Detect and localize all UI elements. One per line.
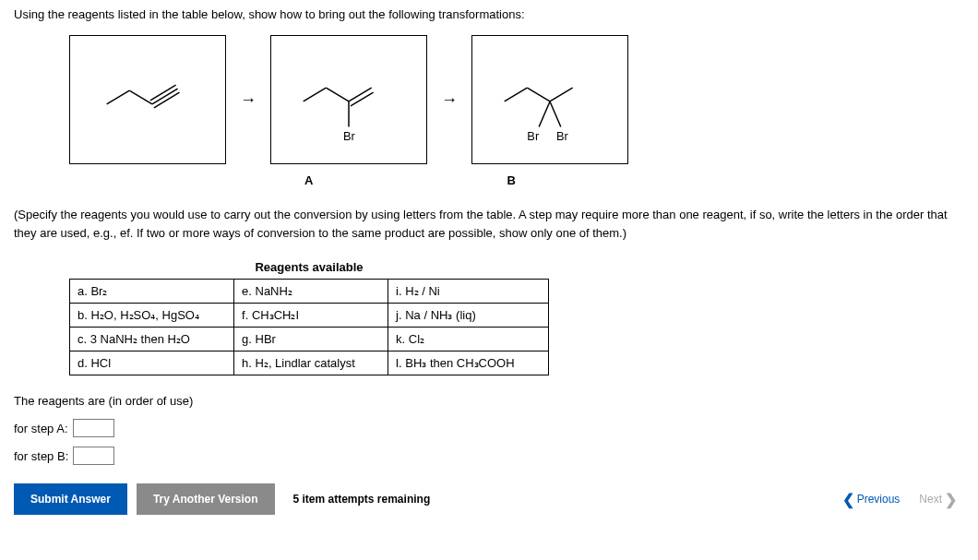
reagent-cell: j. Na / NH₃ (liq) — [388, 304, 549, 328]
svg-text:Br: Br — [556, 129, 569, 143]
svg-line-6 — [326, 88, 349, 101]
nav-buttons: ❮ Previous Next ❯ — [835, 486, 964, 513]
step-b-input-label: for step B: — [14, 449, 68, 463]
answer-row-b: for step B: — [14, 447, 964, 465]
try-another-version-button[interactable]: Try Another Version — [137, 483, 275, 515]
svg-text:Br: Br — [343, 129, 356, 143]
attempts-remaining: 5 item attempts remaining — [293, 493, 431, 506]
reagent-cell: k. Cl₂ — [388, 328, 549, 351]
table-row: d. HCl h. H₂, Lindlar catalyst l. BH₃ th… — [70, 351, 549, 375]
svg-line-5 — [304, 88, 327, 101]
reagent-cell: i. H₂ / Ni — [388, 280, 549, 304]
svg-line-13 — [550, 88, 573, 101]
geminal-dibromide-structure-icon: Br Br — [472, 36, 627, 163]
structure-3: Br Br — [471, 35, 628, 164]
button-row: Submit Answer Try Another Version 5 item… — [14, 483, 964, 515]
table-row: a. Br₂ e. NaNH₂ i. H₂ / Ni — [70, 280, 549, 304]
svg-line-8 — [351, 92, 374, 106]
answer-row-a: for step A: — [14, 419, 964, 437]
reagent-cell: c. 3 NaNH₂ then H₂O — [70, 328, 234, 351]
instruction-note: (Specify the reagents you would use to c… — [14, 206, 964, 242]
structure-2: Br — [270, 35, 427, 164]
reagent-cell: d. HCl — [70, 351, 234, 375]
alkyne-structure-icon — [70, 36, 225, 163]
svg-line-11 — [505, 88, 528, 101]
chevron-left-icon: ❮ — [842, 491, 854, 508]
svg-line-0 — [107, 90, 130, 104]
svg-line-7 — [349, 88, 372, 101]
reagent-cell: a. Br₂ — [70, 280, 234, 304]
step-b-input[interactable] — [73, 447, 114, 465]
submit-answer-button[interactable]: Submit Answer — [14, 483, 127, 515]
reagents-table-wrap: Reagents available a. Br₂ e. NaNH₂ i. H₂… — [69, 260, 964, 375]
reagent-cell: e. NaNH₂ — [234, 280, 388, 304]
structures-row: → Br → Br Br — [69, 35, 964, 164]
step-b-label: B — [507, 173, 515, 187]
step-labels-row: A B — [69, 173, 964, 187]
next-label: Next — [919, 493, 942, 506]
chevron-right-icon: ❯ — [945, 491, 957, 508]
answer-section: The reagents are (in order of use) for s… — [14, 394, 964, 465]
reagent-cell: l. BH₃ then CH₃COOH — [388, 351, 549, 375]
table-row: c. 3 NaNH₂ then H₂O g. HBr k. Cl₂ — [70, 328, 549, 351]
reagent-cell: b. H₂O, H₂SO₄, HgSO₄ — [70, 304, 234, 328]
answer-intro: The reagents are (in order of use) — [14, 394, 964, 408]
arrow-1-icon: → — [240, 90, 256, 110]
table-title: Reagents available — [69, 260, 549, 274]
svg-text:Br: Br — [527, 129, 540, 143]
svg-line-15 — [550, 101, 561, 127]
intro-text: Using the reagents listed in the table b… — [14, 7, 964, 21]
reagent-cell: g. HBr — [234, 328, 388, 351]
table-row: b. H₂O, H₂SO₄, HgSO₄ f. CH₃CH₂I j. Na / … — [70, 304, 549, 328]
reagent-cell: h. H₂, Lindlar catalyst — [234, 351, 388, 375]
step-a-input-label: for step A: — [14, 422, 68, 435]
svg-line-12 — [527, 88, 550, 101]
previous-label: Previous — [857, 493, 900, 506]
step-a-label: A — [304, 173, 313, 187]
svg-line-1 — [129, 90, 152, 104]
step-a-input[interactable] — [73, 419, 114, 437]
arrow-2-icon: → — [441, 90, 458, 110]
vinyl-bromide-structure-icon: Br — [271, 36, 426, 163]
previous-button[interactable]: ❮ Previous — [835, 486, 908, 513]
reagents-table: a. Br₂ e. NaNH₂ i. H₂ / Ni b. H₂O, H₂SO₄… — [69, 279, 549, 375]
structure-1 — [69, 35, 226, 164]
next-button[interactable]: Next ❯ — [912, 486, 964, 513]
reagent-cell: f. CH₃CH₂I — [234, 304, 388, 328]
svg-line-14 — [539, 101, 550, 127]
